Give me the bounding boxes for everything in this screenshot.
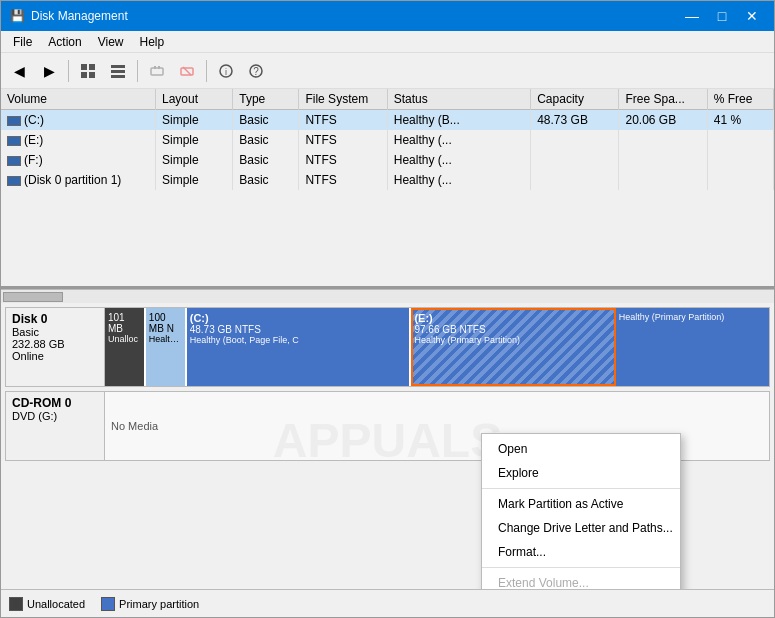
partition-size: 100 MB N (149, 312, 182, 334)
back-button[interactable]: ◀ (5, 57, 33, 85)
partition-label: (C:) (190, 312, 407, 324)
menu-file[interactable]: File (5, 33, 40, 51)
legend-primary: Primary partition (101, 597, 199, 611)
partition-size: 101 MB (108, 312, 141, 334)
disk0-name: Disk 0 (12, 312, 98, 326)
col-fs[interactable]: File System (299, 89, 387, 110)
svg-rect-9 (158, 66, 160, 69)
disk0-size: 232.88 GB (12, 338, 98, 350)
minimize-button[interactable]: — (678, 6, 706, 26)
disk-management-window: 💾 Disk Management — □ ✕ File Action View… (0, 0, 775, 618)
table-row[interactable]: (E:) Simple Basic NTFS Healthy (... (1, 130, 774, 150)
cdrom0-name: CD-ROM 0 (12, 396, 98, 410)
legend: Unallocated Primary partition (1, 589, 774, 617)
partition-desc: Healthy (Primary Partition) (414, 335, 610, 345)
svg-rect-8 (154, 66, 156, 69)
table-row[interactable]: (F:) Simple Basic NTFS Healthy (... (1, 150, 774, 170)
cdrom0-label: CD-ROM 0 DVD (G:) (5, 391, 105, 461)
volume-table: Volume Layout Type File System Status Ca… (1, 89, 774, 190)
svg-rect-3 (89, 72, 95, 78)
close-button[interactable]: ✕ (738, 6, 766, 26)
svg-rect-0 (81, 64, 87, 70)
svg-rect-5 (111, 70, 125, 73)
menu-action[interactable]: Action (40, 33, 89, 51)
ctx-separator (482, 488, 680, 489)
menu-bar: File Action View Help (1, 31, 774, 53)
main-area: Volume Layout Type File System Status Ca… (1, 89, 774, 617)
legend-primary-box (101, 597, 115, 611)
partition-desc: Healthy (Boot, Page File, C (190, 335, 407, 345)
window-icon: 💾 (9, 8, 25, 24)
col-free[interactable]: Free Spa... (619, 89, 707, 110)
toolbar: ◀ ▶ i ? (1, 53, 774, 89)
window-controls: — □ ✕ (678, 6, 766, 26)
menu-help[interactable]: Help (132, 33, 173, 51)
disk0-label: Disk 0 Basic 232.88 GB Online (5, 307, 105, 387)
col-capacity[interactable]: Capacity (531, 89, 619, 110)
partition-size: 97.66 GB NTFS (414, 324, 610, 335)
ctx-item-change-drive-letter-and-paths[interactable]: Change Drive Letter and Paths... (482, 516, 680, 540)
disk-partition[interactable]: (C:) 48.73 GB NTFS Healthy (Boot, Page F… (187, 308, 412, 386)
volume-table-container[interactable]: Volume Layout Type File System Status Ca… (1, 89, 774, 289)
svg-text:?: ? (253, 66, 259, 77)
disk0-type: Basic (12, 326, 98, 338)
ctx-item-mark-partition-as-active[interactable]: Mark Partition as Active (482, 492, 680, 516)
ctx-item-extend-volume: Extend Volume... (482, 571, 680, 589)
col-pct[interactable]: % Free (707, 89, 773, 110)
forward-button[interactable]: ▶ (35, 57, 63, 85)
disk0-status: Online (12, 350, 98, 362)
context-menu: OpenExploreMark Partition as ActiveChang… (481, 433, 681, 589)
disk-partition[interactable]: Healthy (Primary Partition) (616, 308, 769, 386)
disk-area: APPUALS Disk 0 Basic 232.88 GB Online 10… (1, 303, 774, 589)
col-status[interactable]: Status (387, 89, 530, 110)
disk-partition[interactable]: (E:) 97.66 GB NTFS Healthy (Primary Part… (411, 308, 615, 386)
title-bar: 💾 Disk Management — □ ✕ (1, 1, 774, 31)
ctx-item-explore[interactable]: Explore (482, 461, 680, 485)
legend-unalloc-label: Unallocated (27, 598, 85, 610)
svg-rect-1 (89, 64, 95, 70)
col-layout[interactable]: Layout (156, 89, 233, 110)
list-view-button[interactable] (74, 57, 102, 85)
window-title: Disk Management (31, 9, 678, 23)
partition-size: 48.73 GB NTFS (190, 324, 407, 335)
disk0-partitions: 101 MB Unalloc 100 MB N Healthy (:... (C… (105, 307, 770, 387)
partition-desc: Healthy (:... (149, 334, 182, 344)
ctx-item-format[interactable]: Format... (482, 540, 680, 564)
col-type[interactable]: Type (233, 89, 299, 110)
svg-rect-4 (111, 65, 125, 68)
menu-view[interactable]: View (90, 33, 132, 51)
toolbar-separator-1 (68, 60, 69, 82)
ctx-separator (482, 567, 680, 568)
h-scrollbar-thumb[interactable] (3, 292, 63, 302)
cdrom0-media: No Media (111, 420, 158, 432)
col-volume[interactable]: Volume (1, 89, 156, 110)
table-row[interactable]: (Disk 0 partition 1) Simple Basic NTFS H… (1, 170, 774, 190)
partition-label: (E:) (414, 312, 610, 324)
properties-button[interactable]: i (212, 57, 240, 85)
disk0-row: Disk 0 Basic 232.88 GB Online 101 MB Una… (5, 307, 770, 387)
svg-text:i: i (225, 67, 227, 77)
partition-desc: Unalloc (108, 334, 141, 344)
h-scrollbar[interactable] (1, 289, 774, 303)
table-row[interactable]: (C:) Simple Basic NTFS Healthy (B... 48.… (1, 110, 774, 131)
detail-view-button[interactable] (104, 57, 132, 85)
legend-unallocated: Unallocated (9, 597, 85, 611)
toolbar-separator-2 (137, 60, 138, 82)
maximize-button[interactable]: □ (708, 6, 736, 26)
ctx-item-open[interactable]: Open (482, 437, 680, 461)
toolbar-separator-3 (206, 60, 207, 82)
svg-rect-2 (81, 72, 87, 78)
legend-primary-label: Primary partition (119, 598, 199, 610)
disk-partition[interactable]: 101 MB Unalloc (105, 308, 146, 386)
svg-rect-7 (151, 68, 163, 75)
legend-unalloc-box (9, 597, 23, 611)
partition-desc: Healthy (Primary Partition) (619, 312, 766, 322)
svg-rect-6 (111, 75, 125, 78)
help-button[interactable]: ? (242, 57, 270, 85)
connect-button[interactable] (143, 57, 171, 85)
cdrom0-type: DVD (G:) (12, 410, 98, 422)
disk-partition[interactable]: 100 MB N Healthy (:... (146, 308, 187, 386)
disconnect-button[interactable] (173, 57, 201, 85)
